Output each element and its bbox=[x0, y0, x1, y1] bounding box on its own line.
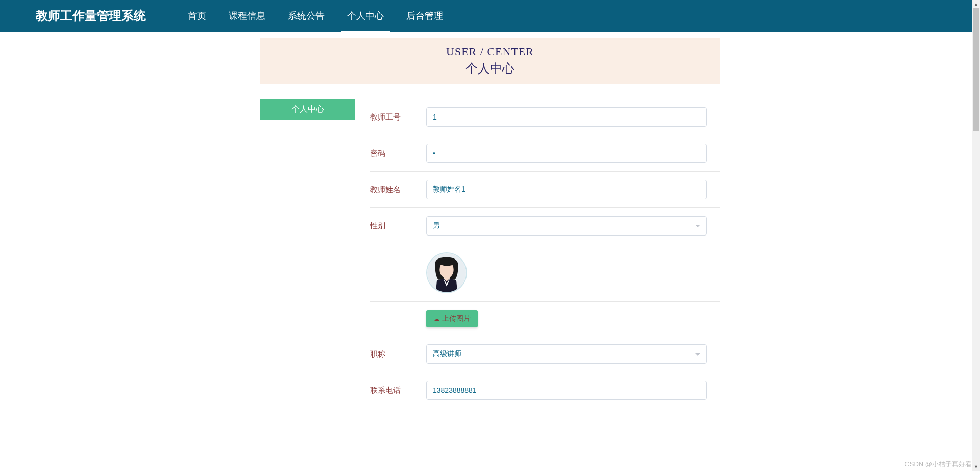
top-nav: 教师工作量管理系统 首页 课程信息 系统公告 个人中心 后台管理 bbox=[0, 0, 980, 32]
scrollbar-thumb[interactable] bbox=[973, 8, 979, 131]
sidebar: 个人中心 bbox=[260, 99, 355, 408]
nav-home[interactable]: 首页 bbox=[177, 0, 217, 32]
banner-en: USER / CENTER bbox=[260, 45, 720, 58]
nav-admin[interactable]: 后台管理 bbox=[395, 0, 454, 32]
label-teacher-id: 教师工号 bbox=[370, 112, 426, 122]
password-input[interactable] bbox=[426, 144, 707, 163]
label-phone: 联系电话 bbox=[370, 386, 426, 395]
gender-value: 男 bbox=[433, 221, 440, 230]
nav-menu: 首页 课程信息 系统公告 个人中心 后台管理 bbox=[177, 0, 454, 32]
label-teacher-name: 教师姓名 bbox=[370, 185, 426, 195]
nav-profile[interactable]: 个人中心 bbox=[336, 0, 395, 32]
phone-input[interactable] bbox=[426, 381, 707, 400]
nav-course[interactable]: 课程信息 bbox=[217, 0, 277, 32]
upload-label: 上传图片 bbox=[442, 314, 471, 323]
teacher-name-input[interactable] bbox=[426, 180, 707, 199]
sidebar-tab-profile[interactable]: 个人中心 bbox=[260, 99, 355, 120]
vertical-scrollbar[interactable]: ▲ ▼ bbox=[972, 0, 980, 408]
page-banner: USER / CENTER 个人中心 bbox=[260, 38, 720, 84]
banner-cn: 个人中心 bbox=[260, 60, 720, 77]
nav-notice[interactable]: 系统公告 bbox=[277, 0, 336, 32]
title-select[interactable]: 高级讲师 bbox=[426, 344, 707, 364]
gender-select[interactable]: 男 bbox=[426, 216, 707, 236]
chevron-down-icon bbox=[695, 225, 700, 227]
profile-form: 教师工号 密码 教师姓名 性别 bbox=[365, 99, 720, 408]
teacher-id-input[interactable] bbox=[426, 107, 707, 127]
label-job-title: 职称 bbox=[370, 349, 426, 359]
scroll-up-icon[interactable]: ▲ bbox=[972, 0, 980, 8]
avatar bbox=[426, 252, 467, 293]
cloud-upload-icon: ☁ bbox=[433, 315, 440, 323]
label-gender: 性别 bbox=[370, 221, 426, 231]
chevron-down-icon bbox=[695, 353, 700, 356]
label-password: 密码 bbox=[370, 149, 426, 158]
upload-image-button[interactable]: ☁ 上传图片 bbox=[426, 310, 478, 327]
app-logo: 教师工作量管理系统 bbox=[36, 8, 146, 24]
title-value: 高级讲师 bbox=[433, 349, 461, 359]
